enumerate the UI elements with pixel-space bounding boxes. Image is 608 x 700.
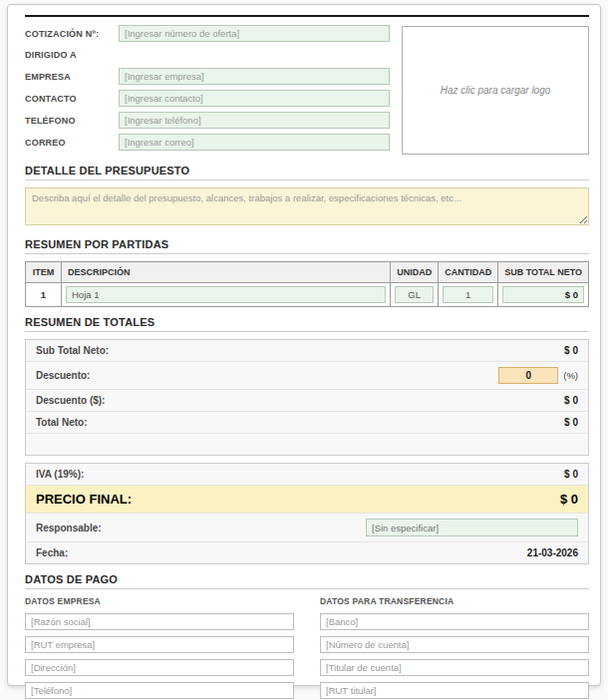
datos-transferencia-column: DATOS PARA TRANSFERENCIA bbox=[320, 596, 589, 700]
rut-titular-input[interactable] bbox=[320, 682, 589, 699]
empresa-row: EMPRESA bbox=[25, 68, 390, 85]
cotizacion-row: COTIZACIÓN Nº: bbox=[25, 25, 390, 42]
partida-item-number: 1 bbox=[26, 283, 62, 307]
titular-cuenta-input[interactable] bbox=[320, 659, 589, 676]
partidas-header-row: ITEM DESCRIPCIÓN UNIDAD CANTIDAD SUB TOT… bbox=[26, 262, 589, 283]
fecha-value: 21-03-2026 bbox=[527, 547, 578, 558]
precio-final-label: PRECIO FINAL: bbox=[36, 492, 132, 507]
contacto-row: CONTACTO bbox=[25, 90, 390, 107]
dirigido-label: DIRIGIDO A bbox=[25, 50, 119, 60]
totals-box-lower: IVA (19%): $ 0 PRECIO FINAL: $ 0 Respons… bbox=[25, 463, 589, 564]
dirigido-row: DIRIGIDO A bbox=[25, 47, 390, 62]
descuento-monto-value: $ 0 bbox=[564, 395, 578, 406]
responsable-row: Responsable: bbox=[26, 514, 588, 542]
telefono-label: TELÉFONO bbox=[25, 116, 119, 126]
total-neto-label: Total Neto: bbox=[36, 417, 87, 428]
datos-pago-columns: DATOS EMPRESA DATOS PARA TRANSFERENCIA bbox=[25, 596, 589, 700]
empresa-label: EMPRESA bbox=[25, 72, 119, 82]
header-section: COTIZACIÓN Nº: DIRIGIDO A EMPRESA CONTAC… bbox=[25, 15, 589, 156]
partida-subtotal-input[interactable] bbox=[502, 286, 584, 303]
precio-final-value: $ 0 bbox=[560, 492, 578, 507]
total-neto-row: Total Neto: $ 0 bbox=[26, 412, 588, 434]
cotizacion-label: COTIZACIÓN Nº: bbox=[25, 29, 119, 39]
iva-value: $ 0 bbox=[564, 469, 578, 480]
banco-input[interactable] bbox=[320, 613, 589, 630]
descuento-pct-suffix: (%) bbox=[563, 370, 578, 381]
descuento-monto-label: Descuento ($): bbox=[36, 395, 105, 406]
descuento-pct-input[interactable] bbox=[498, 367, 558, 384]
partidas-table: ITEM DESCRIPCIÓN UNIDAD CANTIDAD SUB TOT… bbox=[25, 261, 589, 307]
contacto-input[interactable] bbox=[119, 90, 390, 107]
datos-transferencia-title: DATOS PARA TRANSFERENCIA bbox=[320, 596, 589, 606]
client-fields: COTIZACIÓN Nº: DIRIGIDO A EMPRESA CONTAC… bbox=[25, 23, 390, 156]
correo-label: CORREO bbox=[25, 138, 119, 148]
razon-social-input[interactable] bbox=[25, 613, 294, 630]
subtotal-value: $ 0 bbox=[564, 345, 578, 356]
telefono-input[interactable] bbox=[119, 112, 390, 129]
col-header-descripcion: DESCRIPCIÓN bbox=[62, 262, 391, 283]
datos-empresa-column: DATOS EMPRESA bbox=[25, 596, 294, 700]
col-header-item: ITEM bbox=[26, 262, 62, 283]
partida-unidad-input[interactable] bbox=[395, 286, 434, 303]
rut-empresa-input[interactable] bbox=[25, 636, 294, 653]
responsable-label: Responsable: bbox=[36, 523, 102, 533]
subtotal-row: Sub Total Neto: $ 0 bbox=[26, 340, 588, 362]
totales-title: RESUMEN DE TOTALES bbox=[25, 316, 589, 332]
col-header-subtotal: SUB TOTAL NETO bbox=[498, 262, 589, 283]
totals-spacer bbox=[26, 434, 588, 455]
col-header-unidad: UNIDAD bbox=[391, 262, 439, 283]
subtotal-label: Sub Total Neto: bbox=[36, 345, 109, 356]
detalle-textarea[interactable] bbox=[25, 187, 589, 225]
cotizacion-input[interactable] bbox=[119, 25, 390, 42]
logo-upload-area[interactable]: Haz clic para cargar logo bbox=[402, 26, 589, 155]
partida-cantidad-input[interactable] bbox=[443, 286, 493, 303]
descuento-pct-row: Descuento: (%) bbox=[26, 362, 588, 390]
iva-row: IVA (19%): $ 0 bbox=[26, 464, 588, 486]
total-neto-value: $ 0 bbox=[564, 417, 578, 428]
col-header-cantidad: CANTIDAD bbox=[439, 262, 498, 283]
empresa-input[interactable] bbox=[119, 68, 390, 85]
quotation-form: COTIZACIÓN Nº: DIRIGIDO A EMPRESA CONTAC… bbox=[7, 4, 601, 686]
contacto-label: CONTACTO bbox=[25, 94, 119, 104]
telefono-row: TELÉFONO bbox=[25, 112, 390, 129]
correo-input[interactable] bbox=[119, 134, 390, 151]
datos-empresa-title: DATOS EMPRESA bbox=[25, 596, 294, 606]
logo-upload-hint: Haz clic para cargar logo bbox=[441, 85, 551, 96]
iva-label: IVA (19%): bbox=[36, 469, 84, 480]
direccion-input[interactable] bbox=[25, 659, 294, 676]
datos-pago-title: DATOS DE PAGO bbox=[25, 573, 589, 589]
detalle-title: DETALLE DEL PRESUPUESTO bbox=[25, 165, 589, 180]
totals-box-upper: Sub Total Neto: $ 0 Descuento: (%) Descu… bbox=[25, 339, 589, 456]
correo-row: CORREO bbox=[25, 134, 390, 151]
precio-final-row: PRECIO FINAL: $ 0 bbox=[26, 486, 588, 514]
descuento-monto-row: Descuento ($): $ 0 bbox=[26, 390, 588, 412]
fecha-row: Fecha: 21-03-2026 bbox=[26, 542, 588, 563]
numero-cuenta-input[interactable] bbox=[320, 636, 589, 653]
partida-row: 1 bbox=[26, 283, 589, 307]
responsable-input[interactable] bbox=[366, 519, 578, 536]
partida-descripcion-input[interactable] bbox=[66, 286, 386, 303]
fecha-label: Fecha: bbox=[36, 547, 68, 558]
descuento-pct-label: Descuento: bbox=[36, 370, 90, 381]
descuento-pct-controls: (%) bbox=[498, 367, 578, 384]
telefono-pago-input[interactable] bbox=[25, 682, 294, 699]
partidas-title: RESUMEN POR PARTIDAS bbox=[25, 238, 589, 254]
